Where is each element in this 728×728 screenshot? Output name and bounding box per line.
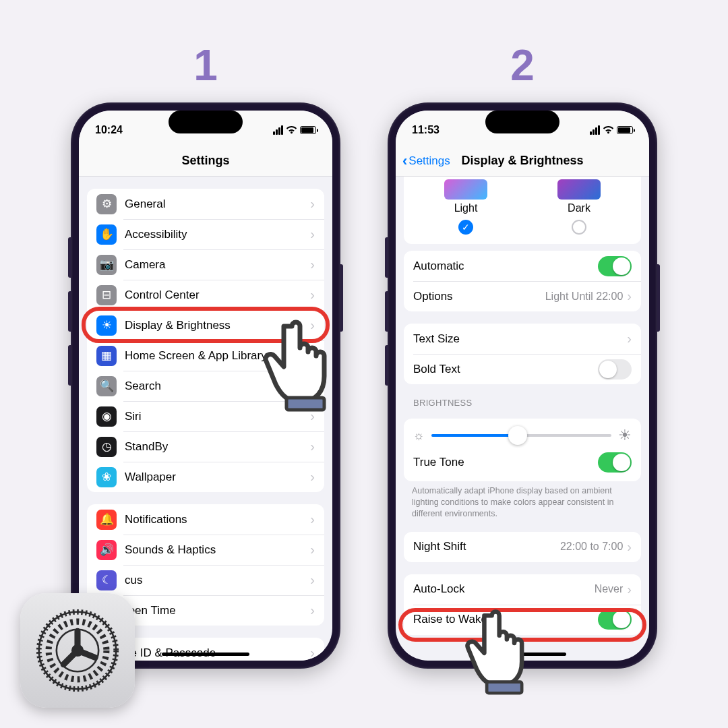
svg-rect-1 bbox=[487, 682, 522, 694]
autolock-group: Auto-Lock Never › Raise to Wake bbox=[404, 574, 641, 635]
row-label: Display & Brightness bbox=[125, 319, 310, 332]
row-label: StandBy bbox=[125, 440, 310, 454]
sun-small-icon: ☼ bbox=[413, 429, 425, 443]
chevron-right-icon: › bbox=[310, 469, 315, 485]
radio-selected-icon: ✓ bbox=[458, 220, 473, 235]
row-label: Automatic bbox=[413, 260, 598, 273]
row-auto-lock[interactable]: Auto-Lock Never › bbox=[404, 574, 641, 605]
status-time: 10:24 bbox=[95, 124, 123, 136]
cellular-icon bbox=[273, 125, 283, 135]
row-icon: 🔍 bbox=[96, 376, 117, 396]
battery-icon bbox=[617, 126, 633, 134]
battery-icon bbox=[300, 126, 316, 134]
settings-row[interactable]: 🔍Search› bbox=[87, 371, 324, 401]
chevron-right-icon: › bbox=[310, 439, 315, 454]
appearance-light[interactable]: Light ✓ bbox=[444, 179, 487, 235]
row-icon: ◷ bbox=[96, 437, 117, 457]
page-title: Settings bbox=[181, 154, 229, 168]
chevron-right-icon: › bbox=[310, 542, 315, 557]
row-label: Home Screen & App Library bbox=[125, 349, 310, 363]
cellular-icon bbox=[590, 125, 600, 135]
page-title: Display & Brightness bbox=[461, 154, 583, 168]
toggle-on-icon[interactable] bbox=[598, 256, 632, 276]
row-value: 22:00 to 7:00 bbox=[560, 541, 623, 553]
settings-row[interactable]: ☾cus› bbox=[87, 565, 324, 595]
settings-row[interactable]: ⚙General› bbox=[87, 189, 324, 219]
home-indicator bbox=[162, 653, 249, 656]
appearance-dark[interactable]: Dark bbox=[557, 179, 601, 235]
chevron-right-icon: › bbox=[627, 582, 632, 597]
back-button[interactable]: ‹ Settings bbox=[402, 152, 450, 170]
radio-unselected-icon bbox=[572, 220, 586, 235]
settings-app-icon bbox=[20, 593, 135, 708]
toggle-on-icon[interactable] bbox=[598, 609, 632, 630]
settings-row[interactable]: ☀Display & Brightness› bbox=[87, 310, 324, 340]
phone-frame-1: 10:24 Settings ⚙General›✋Accessibility›📷… bbox=[71, 102, 340, 669]
appearance-dark-label: Dark bbox=[557, 202, 601, 214]
chevron-right-icon: › bbox=[310, 226, 315, 242]
brightness-slider[interactable]: ☼ ☀ bbox=[404, 419, 641, 444]
settings-row[interactable]: ⊟Control Center› bbox=[87, 280, 324, 310]
chevron-right-icon: › bbox=[310, 196, 315, 212]
settings-row[interactable]: ◷StandBy› bbox=[87, 431, 324, 462]
settings-row[interactable]: ▦Home Screen & App Library› bbox=[87, 340, 324, 371]
row-raise-to-wake[interactable]: Raise to Wake bbox=[404, 605, 641, 635]
home-indicator bbox=[479, 653, 566, 656]
settings-row[interactable]: ❀Wallpaper› bbox=[87, 462, 324, 492]
chevron-right-icon: › bbox=[627, 289, 632, 304]
row-label: Camera bbox=[125, 258, 310, 272]
row-label: Auto-Lock bbox=[413, 582, 595, 596]
wifi-icon bbox=[603, 125, 614, 136]
row-icon: 🔔 bbox=[96, 510, 117, 530]
phone-frame-2: 11:53 ‹ Settings Display & Brightness bbox=[388, 102, 657, 669]
nav-bar: Settings bbox=[79, 146, 332, 177]
settings-group-1: ⚙General›✋Accessibility›📷Camera›⊟Control… bbox=[87, 189, 324, 492]
row-label: General bbox=[125, 198, 310, 211]
settings-row[interactable]: 🔊Sounds & Haptics› bbox=[87, 535, 324, 565]
row-true-tone[interactable]: True Tone bbox=[404, 447, 641, 477]
toggle-on-icon[interactable] bbox=[598, 452, 632, 473]
chevron-right-icon: › bbox=[627, 331, 632, 346]
row-text-size[interactable]: Text Size › bbox=[404, 324, 641, 354]
row-bold-text[interactable]: Bold Text bbox=[404, 354, 641, 384]
wifi-icon bbox=[286, 125, 297, 136]
dynamic-island bbox=[169, 111, 243, 133]
sun-large-icon: ☀ bbox=[618, 427, 632, 444]
row-label: Wallpaper bbox=[125, 471, 310, 484]
row-icon: 📷 bbox=[96, 255, 117, 275]
row-icon: ☾ bbox=[96, 570, 117, 590]
row-automatic[interactable]: Automatic bbox=[404, 251, 641, 281]
row-label: Siri bbox=[125, 410, 310, 423]
settings-row[interactable]: 📷Camera› bbox=[87, 249, 324, 280]
row-icon: ◉ bbox=[96, 406, 117, 427]
chevron-right-icon: › bbox=[310, 408, 315, 424]
row-icon: ❀ bbox=[96, 467, 117, 487]
settings-row[interactable]: ◉Siri› bbox=[87, 401, 324, 431]
row-label: Bold Text bbox=[413, 363, 598, 376]
chevron-right-icon: › bbox=[310, 287, 315, 303]
dynamic-island bbox=[485, 111, 559, 133]
appearance-selector: Light ✓ Dark bbox=[404, 177, 641, 244]
row-options[interactable]: Options Light Until 22:00 › bbox=[404, 281, 641, 311]
row-icon: ☀ bbox=[96, 315, 117, 336]
row-label: Options bbox=[413, 290, 545, 303]
settings-row[interactable]: 🔔Notifications› bbox=[87, 504, 324, 535]
true-tone-footer: Automatically adapt iPhone display based… bbox=[396, 481, 649, 520]
row-label: Sounds & Haptics bbox=[125, 543, 310, 557]
nav-bar: ‹ Settings Display & Brightness bbox=[396, 146, 649, 177]
row-label: reen Time bbox=[125, 604, 310, 617]
row-label: Night Shift bbox=[413, 540, 560, 553]
chevron-right-icon: › bbox=[627, 539, 632, 555]
row-night-shift[interactable]: Night Shift 22:00 to 7:00 › bbox=[404, 532, 641, 562]
settings-row[interactable]: ✋Accessibility› bbox=[87, 219, 324, 249]
toggle-off-icon[interactable] bbox=[598, 359, 632, 380]
row-label: Search bbox=[125, 380, 310, 393]
row-icon: 🔊 bbox=[96, 540, 117, 560]
row-icon: ⊟ bbox=[96, 285, 117, 305]
brightness-group: ☼ ☀ True Tone bbox=[404, 419, 641, 481]
step-number-1: 1 bbox=[193, 40, 218, 90]
row-icon: ✋ bbox=[96, 224, 117, 245]
row-label: Control Center bbox=[125, 289, 310, 302]
automatic-group: Automatic Options Light Until 22:00 › bbox=[404, 251, 641, 311]
row-label: cus bbox=[125, 574, 310, 587]
